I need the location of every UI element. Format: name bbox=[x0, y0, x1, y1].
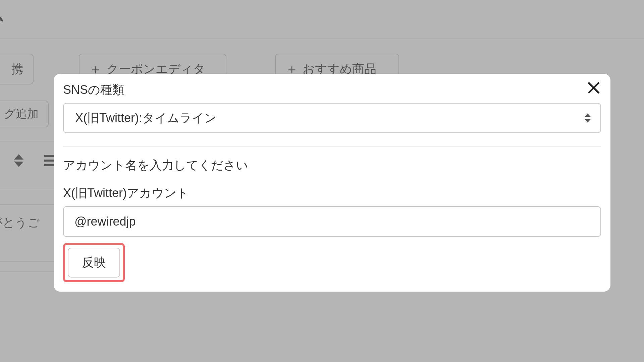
account-field-label: X(旧Twitter)アカウント bbox=[63, 185, 601, 201]
apply-button[interactable]: 反映 bbox=[68, 248, 120, 278]
account-input[interactable] bbox=[63, 206, 601, 237]
select-caret-icon bbox=[584, 114, 591, 123]
close-button[interactable] bbox=[585, 79, 602, 97]
sns-type-select[interactable]: X(旧Twitter):タイムライン bbox=[63, 103, 601, 133]
modal-divider bbox=[63, 146, 601, 146]
account-instruction: アカウント名を入力してください bbox=[63, 157, 601, 174]
sns-settings-modal: SNSの種類 X(旧Twitter):タイムライン アカウント名を入力してくださ… bbox=[54, 74, 610, 292]
apply-highlight: 反映 bbox=[63, 243, 125, 282]
close-icon bbox=[587, 81, 601, 95]
sns-type-label: SNSの種類 bbox=[63, 82, 601, 98]
sns-type-selected-value: X(旧Twitter):タイムライン bbox=[75, 110, 217, 126]
